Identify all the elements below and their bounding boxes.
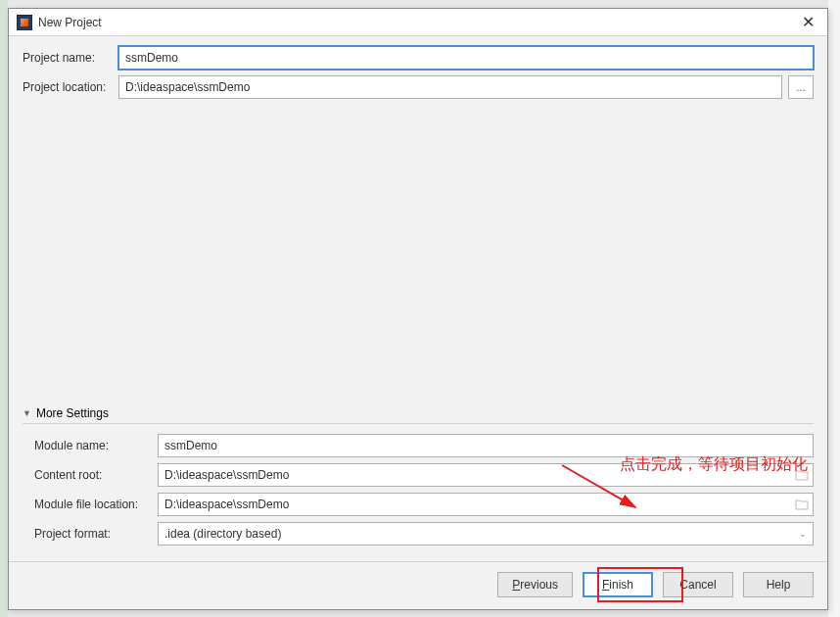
folder-icon[interactable] [791, 493, 813, 516]
project-name-label: Project name: [23, 51, 113, 65]
cancel-button[interactable]: Cancel [663, 572, 733, 597]
project-format-select[interactable]: .idea (directory based) ⌄ [158, 522, 814, 546]
project-format-label: Project format: [34, 527, 152, 541]
annotation-text: 点击完成，等待项目初始化 [620, 454, 808, 475]
new-project-dialog: New Project ✕ Project name: Project loca… [8, 8, 828, 610]
module-file-location-input[interactable]: D:\ideaspace\ssmDemo [159, 498, 791, 511]
project-location-label: Project location: [23, 80, 113, 94]
module-file-location-label: Module file location: [34, 498, 152, 511]
finish-button[interactable]: Finish [583, 572, 653, 597]
help-button[interactable]: Help [743, 572, 814, 597]
chevron-down-icon: ⌄ [799, 529, 807, 539]
content-root-label: Content root: [34, 468, 152, 482]
more-settings-label: More Settings [36, 406, 109, 420]
titlebar: New Project ✕ [9, 9, 827, 36]
previous-label: revious [520, 578, 558, 592]
app-icon [17, 15, 32, 30]
button-row: Previous Finish Cancel Help [9, 561, 827, 609]
project-name-input[interactable] [118, 46, 814, 70]
close-icon[interactable]: ✕ [792, 9, 823, 36]
project-format-value: .idea (directory based) [164, 527, 281, 541]
previous-button[interactable]: Previous [497, 572, 573, 597]
chevron-down-icon: ▼ [23, 408, 31, 418]
finish-label: inish [609, 578, 633, 592]
module-name-label: Module name: [34, 439, 152, 452]
more-settings-header[interactable]: ▼ More Settings [23, 406, 814, 424]
project-location-input[interactable] [118, 75, 782, 99]
window-title: New Project [38, 16, 792, 29]
browse-location-button[interactable]: … [788, 75, 814, 99]
